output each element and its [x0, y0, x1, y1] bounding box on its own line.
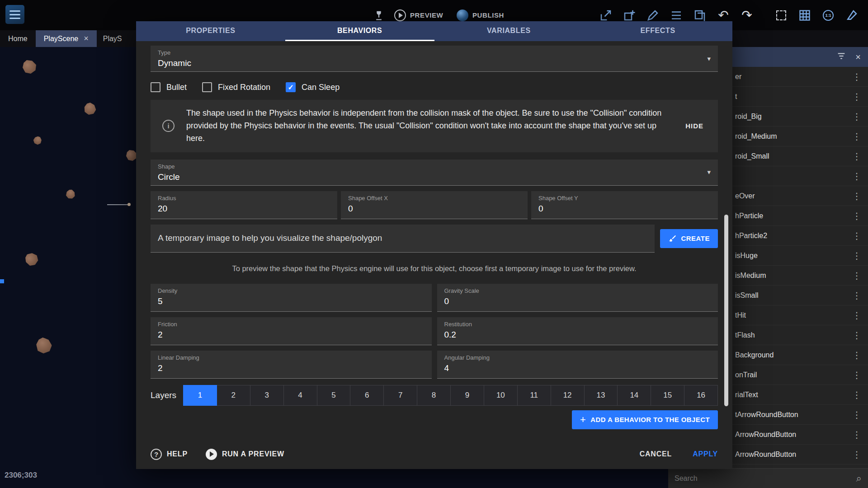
instance-handle-line [107, 204, 127, 205]
layer-button-5[interactable]: 5 [317, 385, 351, 406]
object-name: tFlash [735, 331, 755, 339]
layer-button-12[interactable]: 12 [551, 385, 585, 406]
layer-button-14[interactable]: 14 [617, 385, 651, 406]
object-name: Background [735, 351, 774, 359]
asteroid-instance[interactable] [64, 188, 77, 201]
shape-label: Shape [158, 163, 711, 170]
redo-icon[interactable]: ↷ [739, 7, 755, 23]
cancel-button[interactable]: CANCEL [640, 450, 672, 458]
play-icon [394, 9, 406, 21]
run-preview-button[interactable]: RUN A PREVIEW [206, 449, 284, 460]
more-options-icon[interactable]: ⋮ [852, 350, 862, 361]
more-options-icon[interactable]: ⋮ [852, 230, 862, 241]
asteroid-instance[interactable] [32, 135, 43, 146]
add-behavior-button[interactable]: + ADD A BEHAVIOR TO THE OBJECT [572, 410, 718, 429]
bullet-checkbox[interactable]: ✓ Bullet [151, 82, 187, 92]
density-field[interactable]: Density 5 [151, 284, 432, 312]
object-name: isSmall [735, 291, 759, 300]
create-button[interactable]: CREATE [660, 229, 718, 248]
info-text: The shape used in the Physics behavior i… [186, 107, 671, 145]
search-input[interactable] [675, 474, 856, 483]
shape-offset-x-field[interactable]: Shape Offset X 0 [341, 191, 528, 219]
zoom-1-1-icon[interactable]: 1:1 [820, 7, 836, 23]
more-options-icon[interactable]: ⋮ [852, 330, 862, 341]
angular-damping-field[interactable]: Angular Damping 4 [437, 351, 718, 379]
selection-tool-icon[interactable] [773, 7, 789, 23]
layer-button-3[interactable]: 3 [250, 385, 284, 406]
layer-button-15[interactable]: 15 [651, 385, 684, 406]
tab-properties[interactable]: PROPERTIES [136, 21, 285, 41]
layer-button-9[interactable]: 9 [450, 385, 484, 406]
friction-field[interactable]: Friction 2 [151, 317, 432, 345]
linear-damping-field[interactable]: Linear Damping 2 [151, 351, 432, 379]
can-sleep-checkbox[interactable]: ✓ Can Sleep [286, 82, 340, 92]
more-options-icon[interactable]: ⋮ [852, 290, 862, 301]
more-options-icon[interactable]: ⋮ [852, 171, 862, 182]
shot-instance[interactable] [0, 279, 4, 283]
body-options-row: ✓ Bullet ✓ Fixed Rotation ✓ Can Sleep [151, 79, 718, 95]
publish-label: PUBLISH [472, 11, 504, 19]
tab-effects[interactable]: EFFECTS [583, 21, 732, 41]
layer-button-16[interactable]: 16 [684, 385, 718, 406]
layer-button-8[interactable]: 8 [417, 385, 451, 406]
restitution-field[interactable]: Restitution 0.2 [437, 317, 718, 345]
more-options-icon[interactable]: ⋮ [852, 131, 862, 142]
tab-home[interactable]: Home [0, 30, 36, 47]
more-options-icon[interactable]: ⋮ [852, 191, 862, 202]
layer-button-7[interactable]: 7 [383, 385, 417, 406]
more-options-icon[interactable]: ⋮ [852, 71, 862, 82]
temp-image-field[interactable]: A temporary image to help you visualize … [151, 225, 655, 253]
more-options-icon[interactable]: ⋮ [852, 270, 862, 281]
filter-icon[interactable] [836, 51, 846, 63]
layer-button-10[interactable]: 10 [484, 385, 518, 406]
project-manager-icon[interactable] [5, 5, 24, 24]
asteroid-instance[interactable] [82, 101, 98, 117]
instance-handle-dot[interactable] [127, 203, 131, 206]
tab-playscene[interactable]: PlayScene × [36, 30, 97, 47]
tab-playscene-events[interactable]: PlayS [97, 30, 125, 47]
layer-button-2[interactable]: 2 [217, 385, 250, 406]
dialog-scrollbar[interactable] [724, 215, 728, 406]
radius-field[interactable]: Radius 20 [151, 191, 337, 219]
layer-button-4[interactable]: 4 [283, 385, 317, 406]
more-options-icon[interactable]: ⋮ [852, 429, 862, 440]
hide-button[interactable]: HIDE [683, 118, 706, 133]
asteroid-instance[interactable] [34, 336, 53, 355]
help-icon: ? [151, 449, 162, 460]
search-icon: ⌕ [856, 473, 862, 484]
type-select[interactable]: Type Dynamic ▾ [151, 46, 718, 72]
help-button[interactable]: ? HELP [151, 449, 188, 460]
more-options-icon[interactable]: ⋮ [852, 449, 862, 460]
more-options-icon[interactable]: ⋮ [852, 211, 862, 221]
layer-button-13[interactable]: 13 [584, 385, 618, 406]
chevron-down-icon: ▾ [707, 168, 711, 176]
layer-button-11[interactable]: 11 [517, 385, 551, 406]
more-options-icon[interactable]: ⋮ [852, 409, 862, 420]
fixed-rotation-checkbox[interactable]: ✓ Fixed Rotation [202, 82, 270, 92]
shape-offset-y-field[interactable]: Shape Offset Y 0 [531, 191, 718, 219]
more-options-icon[interactable]: ⋮ [852, 111, 862, 122]
tab-behaviors[interactable]: BEHAVIORS [285, 21, 434, 41]
shape-select[interactable]: Shape Circle ▾ [151, 160, 718, 186]
asteroid-instance[interactable] [126, 150, 137, 161]
gravity-scale-field[interactable]: Gravity Scale 0 [437, 284, 718, 312]
fill-tool-icon[interactable] [844, 7, 860, 23]
asteroid-instance[interactable] [24, 251, 40, 267]
more-options-icon[interactable]: ⋮ [852, 91, 862, 102]
layer-button-6[interactable]: 6 [350, 385, 384, 406]
close-tab-icon[interactable]: × [84, 34, 89, 43]
close-panel-icon[interactable]: × [855, 52, 861, 62]
tab-variables[interactable]: VARIABLES [434, 21, 584, 41]
more-options-icon[interactable]: ⋮ [852, 250, 862, 261]
friction-restitution-row: Friction 2 Restitution 0.2 [151, 317, 718, 345]
more-options-icon[interactable]: ⋮ [852, 310, 862, 321]
asteroid-instance[interactable] [23, 60, 36, 74]
more-options-icon[interactable]: ⋮ [852, 370, 862, 380]
object-name: isHuge [735, 252, 758, 260]
layer-button-1[interactable]: 1 [183, 385, 217, 406]
more-options-icon[interactable]: ⋮ [852, 389, 862, 400]
apply-button[interactable]: APPLY [693, 450, 718, 458]
type-value: Dynamic [158, 58, 711, 68]
more-options-icon[interactable]: ⋮ [852, 151, 862, 162]
grid-icon[interactable] [797, 7, 813, 23]
